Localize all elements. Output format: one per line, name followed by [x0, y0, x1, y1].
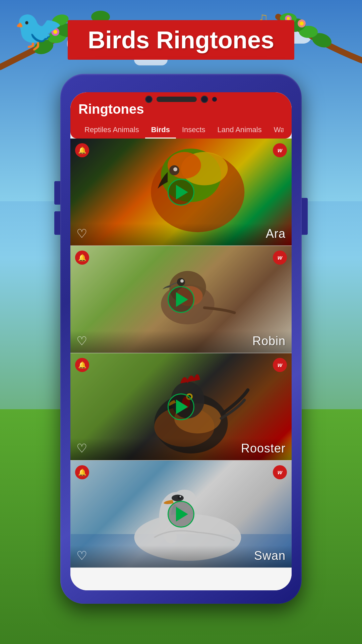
- song-list: 🔔 w ♡ Ara: [70, 139, 292, 590]
- w-badge-swan[interactable]: w: [273, 465, 287, 479]
- power-button[interactable]: [302, 198, 308, 235]
- card-bottom-swan: ♡ Swan: [70, 545, 292, 568]
- ringtone-badge-rooster[interactable]: 🔔: [75, 358, 89, 372]
- phone-screen: Ringtones Reptiles Animals Birds Insects…: [70, 92, 292, 590]
- app-header-title: Ringtones: [78, 102, 284, 117]
- speaker: [157, 97, 197, 102]
- w-badge-robin[interactable]: w: [273, 251, 287, 265]
- song-card-robin: 🔔 w ♡ Robin: [70, 246, 292, 353]
- bird-name-ara: Ara: [266, 227, 286, 241]
- favorite-button-ara[interactable]: ♡: [76, 227, 87, 241]
- bird-name-robin: Robin: [252, 334, 286, 348]
- play-icon-robin: [176, 292, 188, 307]
- ringtone-badge-swan[interactable]: 🔔: [75, 465, 89, 479]
- phone-frame: Ringtones Reptiles Animals Birds Insects…: [60, 74, 302, 604]
- svg-point-14: [287, 17, 290, 20]
- card-bottom-rooster: ♡ Rooster: [70, 438, 292, 460]
- favorite-button-robin[interactable]: ♡: [76, 334, 87, 348]
- front-camera: [145, 96, 153, 103]
- play-icon-ara: [176, 185, 188, 200]
- ringtone-badge-robin[interactable]: 🔔: [75, 251, 89, 265]
- camera-area: [145, 96, 217, 103]
- play-icon-rooster: [176, 399, 188, 414]
- song-card-rooster: 🔔 w ♡ Rooster: [70, 353, 292, 461]
- tab-land-animals[interactable]: Land Animals: [212, 122, 268, 139]
- title-banner: Birds Ringtones: [68, 20, 294, 60]
- play-icon-swan: [176, 507, 188, 522]
- card-bottom-ara: ♡ Ara: [70, 223, 292, 246]
- bird-name-rooster: Rooster: [241, 441, 286, 455]
- app-title: Birds Ringtones: [88, 26, 274, 54]
- song-card-swan: 🔔 w ♡ Swan: [70, 461, 292, 568]
- sensor: [201, 96, 208, 103]
- ringtone-badge-ara[interactable]: 🔔: [75, 143, 89, 157]
- tab-water-animals[interactable]: Water Animals: [268, 122, 284, 139]
- card-bottom-robin: ♡ Robin: [70, 331, 292, 353]
- navigation-tabs: Reptiles Animals Birds Insects Land Anim…: [78, 122, 284, 139]
- play-button-ara[interactable]: [168, 179, 194, 206]
- tab-insects[interactable]: Insects: [176, 122, 212, 139]
- app-container: Ringtones Reptiles Animals Birds Insects…: [70, 92, 292, 590]
- svg-point-12: [300, 21, 304, 25]
- w-badge-rooster[interactable]: w: [273, 358, 287, 372]
- favorite-button-rooster[interactable]: ♡: [76, 441, 87, 455]
- favorite-button-swan[interactable]: ♡: [76, 549, 87, 563]
- volume-up-button[interactable]: [54, 181, 60, 205]
- tab-reptiles-animals[interactable]: Reptiles Animals: [78, 122, 145, 139]
- cartoon-bird: 🐦: [13, 7, 64, 54]
- w-badge-ara[interactable]: w: [273, 143, 287, 157]
- song-card-ara: 🔔 w ♡ Ara: [70, 139, 292, 246]
- play-button-swan[interactable]: [168, 501, 194, 528]
- tab-birds[interactable]: Birds: [145, 122, 176, 139]
- play-button-robin[interactable]: [168, 286, 194, 313]
- sensor-dot: [212, 97, 217, 102]
- bird-name-swan: Swan: [254, 549, 286, 563]
- volume-down-button[interactable]: [54, 211, 60, 235]
- play-button-rooster[interactable]: [168, 393, 194, 420]
